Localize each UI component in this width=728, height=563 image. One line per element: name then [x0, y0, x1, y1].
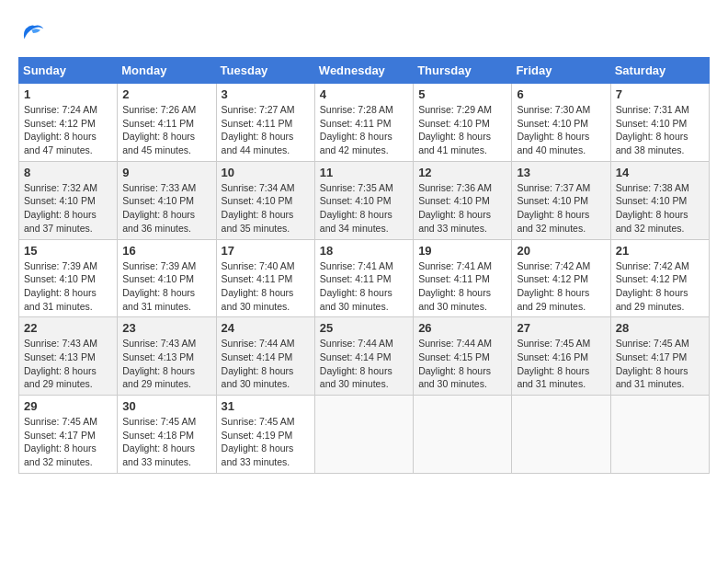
calendar-cell: 31 Sunrise: 7:45 AMSunset: 4:19 PMDaylig…: [216, 396, 314, 474]
day-number: 30: [122, 399, 210, 413]
calendar-cell: 29 Sunrise: 7:45 AMSunset: 4:17 PMDaylig…: [19, 396, 118, 474]
day-number: 27: [517, 321, 605, 335]
day-number: 26: [418, 321, 506, 335]
day-number: 17: [222, 244, 310, 258]
day-number: 12: [418, 166, 506, 179]
day-detail: Sunrise: 7:43 AMSunset: 4:13 PMDaylight:…: [24, 338, 97, 389]
day-number: 16: [122, 244, 210, 258]
day-number: 25: [320, 321, 408, 335]
day-number: 5: [418, 87, 506, 101]
calendar-cell: 25 Sunrise: 7:44 AMSunset: 4:14 PMDaylig…: [314, 317, 413, 396]
day-detail: Sunrise: 7:24 AMSunset: 4:12 PMDaylight:…: [24, 104, 97, 155]
calendar-cell: [414, 396, 512, 474]
logo: [18, 18, 51, 48]
day-detail: Sunrise: 7:36 AMSunset: 4:10 PMDaylight:…: [418, 182, 492, 234]
calendar-cell: [610, 396, 709, 474]
weekday-header-row: SundayMondayTuesdayWednesdayThursdayFrid…: [19, 58, 710, 84]
calendar-cell: 10 Sunrise: 7:34 AMSunset: 4:10 PMDaylig…: [216, 161, 314, 239]
calendar-cell: 7 Sunrise: 7:31 AMSunset: 4:10 PMDayligh…: [610, 84, 709, 162]
day-detail: Sunrise: 7:44 AMSunset: 4:15 PMDaylight:…: [418, 338, 492, 389]
day-detail: Sunrise: 7:45 AMSunset: 4:17 PMDaylight:…: [616, 338, 689, 389]
calendar-cell: 19 Sunrise: 7:41 AMSunset: 4:11 PMDaylig…: [414, 239, 512, 317]
calendar-cell: 26 Sunrise: 7:44 AMSunset: 4:15 PMDaylig…: [414, 317, 512, 396]
day-detail: Sunrise: 7:37 AMSunset: 4:10 PMDaylight:…: [517, 182, 590, 234]
day-detail: Sunrise: 7:27 AMSunset: 4:11 PMDaylight:…: [222, 104, 295, 155]
calendar-cell: 12 Sunrise: 7:36 AMSunset: 4:10 PMDaylig…: [414, 161, 512, 239]
calendar-cell: 14 Sunrise: 7:38 AMSunset: 4:10 PMDaylig…: [610, 161, 709, 239]
calendar-week-row: 22 Sunrise: 7:43 AMSunset: 4:13 PMDaylig…: [19, 317, 710, 396]
day-number: 31: [222, 399, 310, 413]
page-header: [18, 18, 710, 48]
calendar-cell: 15 Sunrise: 7:39 AMSunset: 4:10 PMDaylig…: [19, 239, 118, 317]
day-detail: Sunrise: 7:40 AMSunset: 4:11 PMDaylight:…: [222, 260, 295, 312]
day-detail: Sunrise: 7:45 AMSunset: 4:17 PMDaylight:…: [24, 416, 97, 467]
day-detail: Sunrise: 7:39 AMSunset: 4:10 PMDaylight:…: [24, 260, 97, 312]
calendar-cell: 4 Sunrise: 7:28 AMSunset: 4:11 PMDayligh…: [314, 84, 413, 162]
day-detail: Sunrise: 7:45 AMSunset: 4:19 PMDaylight:…: [222, 416, 295, 467]
day-detail: Sunrise: 7:35 AMSunset: 4:10 PMDaylight:…: [320, 182, 393, 234]
day-detail: Sunrise: 7:39 AMSunset: 4:10 PMDaylight:…: [122, 260, 196, 312]
day-number: 15: [24, 244, 112, 258]
weekday-header: Thursday: [414, 58, 512, 84]
day-detail: Sunrise: 7:34 AMSunset: 4:10 PMDaylight:…: [222, 182, 295, 234]
calendar-week-row: 8 Sunrise: 7:32 AMSunset: 4:10 PMDayligh…: [19, 161, 710, 239]
weekday-header: Monday: [118, 58, 216, 84]
day-number: 3: [222, 87, 310, 101]
calendar-cell: 3 Sunrise: 7:27 AMSunset: 4:11 PMDayligh…: [216, 84, 314, 162]
calendar-cell: 1 Sunrise: 7:24 AMSunset: 4:12 PMDayligh…: [19, 84, 118, 162]
calendar-cell: 22 Sunrise: 7:43 AMSunset: 4:13 PMDaylig…: [19, 317, 118, 396]
calendar-cell: 11 Sunrise: 7:35 AMSunset: 4:10 PMDaylig…: [314, 161, 413, 239]
calendar-cell: 28 Sunrise: 7:45 AMSunset: 4:17 PMDaylig…: [610, 317, 709, 396]
day-detail: Sunrise: 7:44 AMSunset: 4:14 PMDaylight:…: [222, 338, 295, 389]
day-number: 21: [616, 244, 704, 258]
day-detail: Sunrise: 7:41 AMSunset: 4:11 PMDaylight:…: [320, 260, 393, 312]
calendar-cell: 2 Sunrise: 7:26 AMSunset: 4:11 PMDayligh…: [118, 84, 216, 162]
calendar-week-row: 15 Sunrise: 7:39 AMSunset: 4:10 PMDaylig…: [19, 239, 710, 317]
calendar-cell: [512, 396, 610, 474]
day-detail: Sunrise: 7:44 AMSunset: 4:14 PMDaylight:…: [320, 338, 393, 389]
day-number: 7: [616, 87, 704, 101]
calendar-cell: 6 Sunrise: 7:30 AMSunset: 4:10 PMDayligh…: [512, 84, 610, 162]
weekday-header: Friday: [512, 58, 610, 84]
day-number: 20: [517, 244, 605, 258]
calendar-cell: 13 Sunrise: 7:37 AMSunset: 4:10 PMDaylig…: [512, 161, 610, 239]
calendar-week-row: 29 Sunrise: 7:45 AMSunset: 4:17 PMDaylig…: [19, 396, 710, 474]
calendar-cell: 18 Sunrise: 7:41 AMSunset: 4:11 PMDaylig…: [314, 239, 413, 317]
weekday-header: Sunday: [19, 58, 118, 84]
calendar-cell: 8 Sunrise: 7:32 AMSunset: 4:10 PMDayligh…: [19, 161, 118, 239]
day-number: 10: [222, 166, 310, 179]
day-number: 13: [517, 166, 605, 179]
day-number: 28: [616, 321, 704, 335]
day-number: 8: [24, 166, 112, 179]
day-detail: Sunrise: 7:31 AMSunset: 4:10 PMDaylight:…: [616, 104, 689, 155]
day-number: 9: [122, 166, 210, 179]
day-number: 23: [122, 321, 210, 335]
day-number: 2: [122, 87, 210, 101]
day-detail: Sunrise: 7:45 AMSunset: 4:16 PMDaylight:…: [517, 338, 590, 389]
day-detail: Sunrise: 7:42 AMSunset: 4:12 PMDaylight:…: [616, 260, 689, 312]
day-number: 1: [24, 87, 112, 101]
calendar-cell: 30 Sunrise: 7:45 AMSunset: 4:18 PMDaylig…: [118, 396, 216, 474]
calendar-cell: 20 Sunrise: 7:42 AMSunset: 4:12 PMDaylig…: [512, 239, 610, 317]
day-detail: Sunrise: 7:45 AMSunset: 4:18 PMDaylight:…: [122, 416, 196, 467]
calendar-cell: 23 Sunrise: 7:43 AMSunset: 4:13 PMDaylig…: [118, 317, 216, 396]
day-detail: Sunrise: 7:38 AMSunset: 4:10 PMDaylight:…: [616, 182, 689, 234]
day-detail: Sunrise: 7:42 AMSunset: 4:12 PMDaylight:…: [517, 260, 590, 312]
day-detail: Sunrise: 7:32 AMSunset: 4:10 PMDaylight:…: [24, 182, 97, 234]
day-number: 11: [320, 166, 408, 179]
calendar-table: SundayMondayTuesdayWednesdayThursdayFrid…: [18, 57, 710, 474]
calendar-cell: 5 Sunrise: 7:29 AMSunset: 4:10 PMDayligh…: [414, 84, 512, 162]
day-number: 19: [418, 244, 506, 258]
weekday-header: Saturday: [610, 58, 709, 84]
day-detail: Sunrise: 7:29 AMSunset: 4:10 PMDaylight:…: [418, 104, 492, 155]
calendar-cell: 16 Sunrise: 7:39 AMSunset: 4:10 PMDaylig…: [118, 239, 216, 317]
weekday-header: Tuesday: [216, 58, 314, 84]
day-number: 6: [517, 87, 605, 101]
calendar-cell: 24 Sunrise: 7:44 AMSunset: 4:14 PMDaylig…: [216, 317, 314, 396]
calendar-cell: 17 Sunrise: 7:40 AMSunset: 4:11 PMDaylig…: [216, 239, 314, 317]
day-number: 18: [320, 244, 408, 258]
calendar-cell: 21 Sunrise: 7:42 AMSunset: 4:12 PMDaylig…: [610, 239, 709, 317]
calendar-cell: 27 Sunrise: 7:45 AMSunset: 4:16 PMDaylig…: [512, 317, 610, 396]
day-detail: Sunrise: 7:26 AMSunset: 4:11 PMDaylight:…: [122, 104, 196, 155]
day-number: 4: [320, 87, 408, 101]
